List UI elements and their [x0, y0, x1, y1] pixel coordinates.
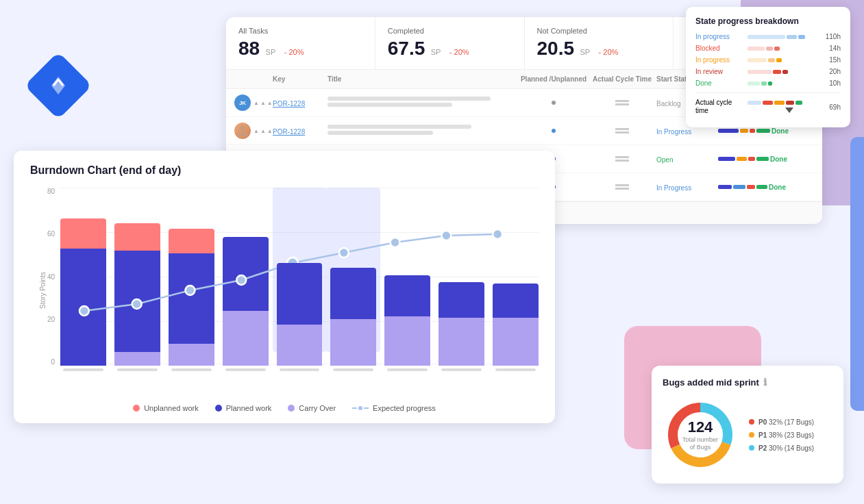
stat-all-tasks-change: - 20%	[284, 48, 304, 56]
stat-all-tasks-unit: SP	[266, 48, 276, 56]
bug-item-p2: P2 30% (14 Bugs)	[749, 444, 814, 452]
stat-not-completed-label: Not Completed	[537, 27, 661, 35]
bar-group-4	[223, 188, 269, 366]
legend-planned: Planned work	[215, 404, 272, 412]
bar-group-6	[330, 188, 376, 366]
bugs-card: Bugs added mid sprint ℹ 124 Total number…	[652, 366, 843, 483]
col-cycle-header: Actual Cycle Time	[588, 75, 656, 83]
stat-not-completed-unit: SP	[580, 48, 590, 56]
donut-chart: 124 Total number of Bugs	[663, 397, 738, 473]
deco-blue-line	[850, 137, 864, 411]
legend-carryover: Carry Over	[288, 404, 336, 412]
bar-group-1	[60, 188, 106, 366]
svg-point-1	[240, 125, 245, 131]
row1-key[interactable]: POR-1228	[273, 97, 328, 109]
state-row-inprogress2: In progress 15h	[695, 56, 841, 64]
bug-item-p0: P0 32% (17 Bugs)	[749, 418, 814, 426]
legend-unplanned: Unplanned work	[133, 404, 199, 412]
actual-cycle-row: Actual cycletime 69h	[695, 99, 841, 115]
stat-completed-label: Completed	[388, 27, 512, 35]
legend-expected: Expected progress	[352, 404, 436, 412]
state-row-inprogress1: In progress 110h	[695, 33, 841, 40]
stat-all-tasks: All Tasks 88 SP - 20%	[226, 17, 375, 69]
col-planned-header: Planned /Unplanned	[519, 75, 588, 83]
burndown-title: Burndown Chart (end of day)	[30, 164, 539, 177]
stat-completed: Completed 67.5 SP - 20%	[375, 17, 525, 69]
row1-avatar: JK	[234, 94, 254, 111]
x-axis	[60, 368, 539, 371]
bar-group-9	[493, 188, 539, 366]
chart-body	[60, 188, 539, 393]
info-icon: ℹ	[763, 377, 767, 388]
stat-all-tasks-value: 88	[238, 38, 260, 60]
col-title-header: Title	[328, 75, 519, 83]
y-axis-title: Story Points	[39, 272, 47, 309]
stat-completed-unit: SP	[431, 48, 441, 56]
state-row-inreview: In review 20h	[695, 68, 841, 75]
bugs-body: 124 Total number of Bugs P0 32% (17 Bugs…	[663, 397, 832, 473]
bar-group-8	[439, 188, 484, 366]
stat-not-completed-value: 20.5	[537, 38, 575, 60]
stat-completed-change: - 20%	[449, 48, 469, 56]
stat-not-completed-change: - 20%	[599, 48, 619, 56]
bar-group-7	[384, 188, 430, 366]
state-progress-card: State progress breakdown In progress 110…	[686, 7, 850, 127]
logo	[27, 55, 89, 119]
row1-title	[328, 97, 519, 109]
bar-group-3	[169, 188, 214, 366]
state-row-blocked: Blocked 14h	[695, 45, 841, 52]
bugs-title: Bugs added mid sprint ℹ	[663, 377, 832, 388]
bugs-legend: P0 32% (17 Bugs) P1 38% (23 Bugs) P2 30%…	[749, 418, 814, 452]
col-key-header: Key	[273, 75, 328, 83]
bug-item-p1: P1 38% (23 Bugs)	[749, 431, 814, 439]
stat-not-completed: Not Completed 20.5 SP - 20%	[525, 17, 674, 69]
row2-key[interactable]: POR-1228	[273, 125, 328, 137]
actual-cycle-label: Actual cycletime	[695, 99, 743, 115]
stat-completed-value: 67.5	[388, 38, 425, 60]
burndown-card: Burndown Chart (end of day) Story Points…	[14, 151, 555, 423]
state-row-done: Done 10h	[695, 79, 841, 87]
chart-area: Story Points 80 60 40 20 0	[30, 188, 539, 393]
row1-planned	[519, 101, 588, 105]
row2-avatar	[234, 123, 254, 139]
row1-cycle	[588, 100, 656, 105]
state-progress-title: State progress breakdown	[695, 16, 841, 26]
bar-group-2	[114, 188, 160, 366]
chart-legend: Unplanned work Planned work Carry Over E…	[30, 404, 539, 412]
bars-container	[60, 188, 539, 366]
bar-group-5	[277, 188, 323, 366]
row2-title	[328, 125, 519, 137]
stat-all-tasks-label: All Tasks	[238, 27, 362, 35]
